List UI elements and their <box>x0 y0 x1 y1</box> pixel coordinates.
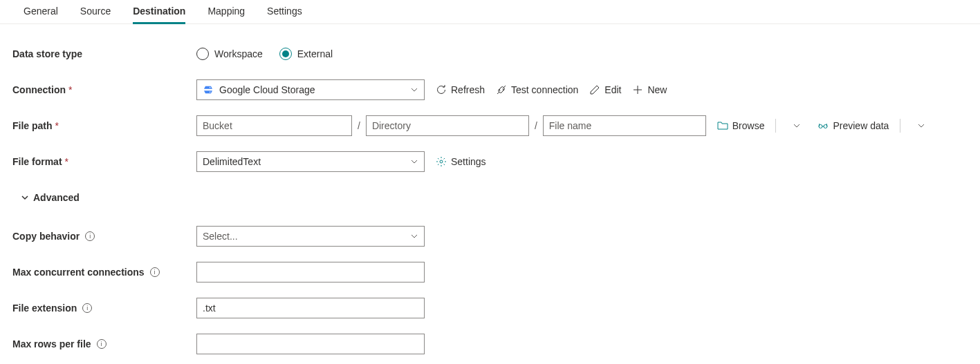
label-max-rows-text: Max rows per file <box>12 338 91 349</box>
label-file-extension-text: File extension <box>12 303 77 314</box>
required-asterisk-icon: * <box>65 156 68 167</box>
connection-value: Google Cloud Storage <box>219 84 410 95</box>
file-format-value: DelimitedText <box>203 156 410 167</box>
chevron-down-icon <box>410 86 418 94</box>
file-format-dropdown[interactable]: DelimitedText <box>196 151 425 172</box>
row-data-store-type: Data store type Workspace External <box>12 44 968 64</box>
tab-settings[interactable]: Settings <box>256 0 313 23</box>
tab-destination[interactable]: Destination <box>122 0 196 23</box>
chevron-down-icon <box>410 157 418 166</box>
preview-data-label: Preview data <box>833 120 889 131</box>
test-connection-button[interactable]: Test connection <box>496 84 578 95</box>
gear-icon <box>436 156 447 167</box>
glasses-icon <box>817 120 829 131</box>
svg-point-6 <box>440 160 443 163</box>
file-name-input[interactable] <box>543 115 706 136</box>
radio-external-label: External <box>297 48 333 59</box>
test-connection-label: Test connection <box>511 84 578 95</box>
label-max-concurrent: Max concurrent connections i <box>12 267 196 278</box>
label-data-store-type: Data store type <box>12 48 196 59</box>
row-max-rows: Max rows per file i <box>12 334 968 354</box>
row-file-extension: File extension i <box>12 298 968 318</box>
label-file-format-text: File format <box>12 156 62 167</box>
divider <box>775 119 776 133</box>
refresh-button[interactable]: Refresh <box>436 84 485 95</box>
radio-workspace-label: Workspace <box>214 48 263 59</box>
info-icon[interactable]: i <box>82 303 92 313</box>
row-connection: Connection * Google Cloud Storage Refres… <box>12 79 968 100</box>
label-file-format: File format * <box>12 156 196 167</box>
preview-dropdown-chevron[interactable] <box>912 116 931 135</box>
chevron-down-icon <box>793 122 801 130</box>
refresh-label: Refresh <box>451 84 485 95</box>
bucket-input[interactable] <box>196 115 352 136</box>
browse-dropdown-chevron[interactable] <box>787 116 806 135</box>
preview-data-button[interactable]: Preview data <box>817 120 889 131</box>
gcs-icon <box>203 84 214 95</box>
refresh-icon <box>436 84 447 95</box>
folder-icon <box>717 120 728 131</box>
label-max-rows: Max rows per file i <box>12 338 196 349</box>
tab-general[interactable]: General <box>12 0 69 23</box>
data-store-type-radio-group: Workspace External <box>196 48 333 60</box>
file-format-settings-button[interactable]: Settings <box>436 156 486 167</box>
label-copy-behavior-text: Copy behavior <box>12 231 80 242</box>
max-concurrent-input[interactable] <box>196 262 425 282</box>
plus-icon <box>632 84 643 95</box>
connection-dropdown[interactable]: Google Cloud Storage <box>196 79 425 100</box>
form-section: Data store type Workspace External Conne… <box>0 24 980 364</box>
svg-marker-0 <box>204 86 212 89</box>
label-file-path: File path * <box>12 120 196 131</box>
label-file-path-text: File path <box>12 120 53 131</box>
tab-mapping[interactable]: Mapping <box>196 0 256 23</box>
browse-label: Browse <box>732 120 765 131</box>
file-format-settings-label: Settings <box>451 156 486 167</box>
advanced-toggle[interactable]: Advanced <box>21 192 80 203</box>
path-separator: / <box>356 120 362 131</box>
file-path-group: / / <box>196 115 706 136</box>
info-icon[interactable]: i <box>97 339 107 349</box>
file-extension-input[interactable] <box>196 298 425 318</box>
row-file-format: File format * DelimitedText Settings <box>12 151 968 172</box>
label-connection: Connection * <box>12 84 196 95</box>
required-asterisk-icon: * <box>55 120 59 131</box>
edit-label: Edit <box>604 84 621 95</box>
label-connection-text: Connection <box>12 84 66 95</box>
required-asterisk-icon: * <box>68 84 72 95</box>
advanced-label: Advanced <box>33 192 80 203</box>
info-icon[interactable]: i <box>85 231 95 241</box>
info-icon[interactable]: i <box>150 267 160 277</box>
edit-button[interactable]: Edit <box>589 84 621 95</box>
copy-behavior-placeholder: Select... <box>203 231 410 242</box>
label-max-concurrent-text: Max concurrent connections <box>12 267 145 278</box>
new-button[interactable]: New <box>632 84 667 95</box>
browse-button[interactable]: Browse <box>717 120 765 131</box>
row-advanced-toggle: Advanced <box>12 187 968 208</box>
tab-source[interactable]: Source <box>69 0 122 23</box>
radio-workspace[interactable]: Workspace <box>196 48 263 60</box>
radio-external[interactable]: External <box>279 48 333 60</box>
radio-circle-checked-icon <box>279 48 292 60</box>
row-copy-behavior: Copy behavior i Select... <box>12 226 968 247</box>
label-file-extension: File extension i <box>12 303 196 314</box>
path-separator: / <box>533 120 539 131</box>
copy-behavior-dropdown[interactable]: Select... <box>196 226 425 247</box>
svg-point-3 <box>210 92 211 93</box>
chevron-down-icon <box>410 232 418 240</box>
test-connection-icon <box>496 84 507 95</box>
row-file-path: File path * / / Browse Preview data <box>12 115 968 136</box>
max-rows-input[interactable] <box>196 334 425 354</box>
label-copy-behavior: Copy behavior i <box>12 231 196 242</box>
divider <box>900 119 900 133</box>
row-max-concurrent: Max concurrent connections i <box>12 262 968 282</box>
directory-input[interactable] <box>366 115 529 136</box>
radio-circle-icon <box>196 48 209 60</box>
chevron-down-icon <box>917 122 925 130</box>
chevron-down-icon <box>21 193 29 202</box>
svg-point-2 <box>210 87 211 88</box>
edit-icon <box>589 84 600 95</box>
tabs-bar: General Source Destination Mapping Setti… <box>0 0 980 24</box>
svg-marker-1 <box>204 90 212 93</box>
new-label: New <box>647 84 667 95</box>
